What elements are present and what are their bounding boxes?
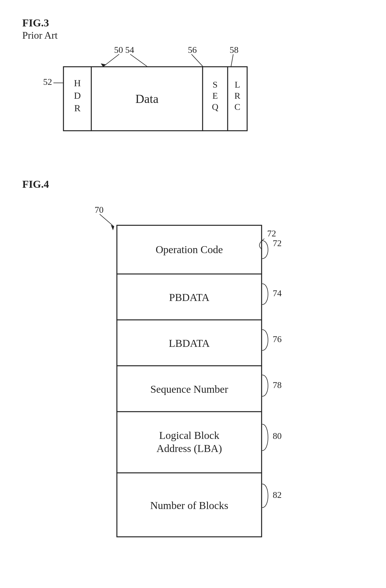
fig3-diagram: 50 52 54 56 58 H D R Data S E Q L R — [22, 45, 301, 150]
svg-line-5 — [231, 54, 233, 67]
svg-rect-19 — [117, 412, 262, 473]
lba-label-line2: Address (LBA) — [156, 443, 222, 454]
fig4-diagram: 70 Operation Code 72 72 PBDATA 74 LBDATA… — [22, 197, 328, 559]
ref-50: 50 — [114, 45, 123, 55]
hdr-d: D — [74, 90, 81, 101]
hdr-r: R — [74, 103, 81, 113]
ref-74: 74 — [273, 288, 282, 298]
fig4-title: FIG.4 — [22, 178, 49, 190]
ref-76: 76 — [273, 334, 282, 344]
ref-52: 52 — [43, 77, 52, 87]
fig3-title: FIG.3 — [22, 17, 58, 29]
page: FIG.3 Prior Art 50 52 54 56 58 H D R Dat… — [0, 0, 386, 588]
ref-80: 80 — [273, 431, 282, 441]
ref-58: 58 — [230, 45, 239, 55]
ref-78: 78 — [273, 380, 282, 390]
svg-marker-1 — [101, 63, 106, 67]
ref-70: 70 — [95, 205, 104, 215]
data-label: Data — [135, 92, 158, 106]
seq-e: E — [212, 91, 218, 101]
svg-line-4 — [191, 54, 203, 67]
svg-line-11 — [100, 214, 114, 227]
svg-rect-13 — [117, 225, 262, 537]
pbdata-label: PBDATA — [169, 291, 210, 303]
hdr-h: H — [74, 78, 81, 88]
lba-label-line1: Logical Block — [159, 429, 219, 441]
svg-line-3 — [130, 54, 147, 67]
ref-56: 56 — [188, 45, 197, 55]
seq-q: Q — [212, 102, 218, 112]
ref-72-text: 72 — [273, 238, 282, 248]
lbdata-label: LBDATA — [169, 337, 210, 349]
ref-72: 72 — [267, 228, 276, 238]
sequence-number-label: Sequence Number — [150, 383, 228, 395]
lrc-l: L — [235, 80, 240, 90]
number-of-blocks-label: Number of Blocks — [150, 500, 228, 511]
ref-82: 82 — [273, 490, 282, 500]
lrc-c: C — [234, 102, 240, 112]
seq-s: S — [213, 80, 218, 90]
ref-54: 54 — [125, 45, 134, 55]
fig3-section-label: FIG.3 Prior Art — [22, 17, 58, 41]
lrc-r: R — [234, 91, 240, 101]
operation-code-label: Operation Code — [156, 244, 223, 255]
fig3-subtitle: Prior Art — [22, 29, 58, 41]
